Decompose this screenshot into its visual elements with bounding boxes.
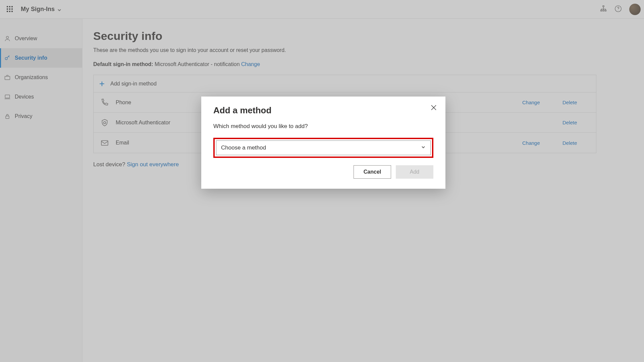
highlight-annotation: Choose a method [213,138,433,158]
cancel-button[interactable]: Cancel [354,165,391,179]
add-button[interactable]: Add [396,165,433,179]
chevron-down-icon [421,145,426,151]
modal-title: Add a method [213,105,433,116]
method-select[interactable]: Choose a method [216,140,431,155]
modal-footer: Cancel Add [213,165,433,179]
close-button[interactable] [430,104,437,111]
method-select-placeholder: Choose a method [221,144,266,151]
add-method-modal: Add a method Which method would you like… [201,97,445,189]
modal-question: Which method would you like to add? [213,123,433,130]
